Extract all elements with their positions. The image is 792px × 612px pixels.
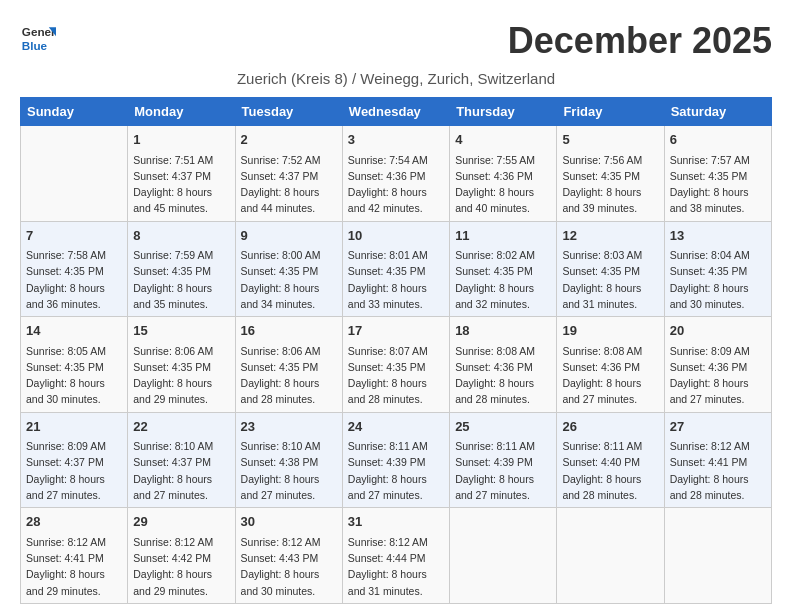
- day-number: 7: [26, 226, 122, 246]
- day-info: Sunrise: 7:56 AMSunset: 4:35 PMDaylight:…: [562, 152, 658, 217]
- calendar-cell: 1Sunrise: 7:51 AMSunset: 4:37 PMDaylight…: [128, 126, 235, 222]
- calendar-cell: 21Sunrise: 8:09 AMSunset: 4:37 PMDayligh…: [21, 412, 128, 508]
- day-number: 17: [348, 321, 444, 341]
- day-number: 26: [562, 417, 658, 437]
- calendar-cell: [664, 508, 771, 604]
- calendar-cell: 27Sunrise: 8:12 AMSunset: 4:41 PMDayligh…: [664, 412, 771, 508]
- calendar-cell: 22Sunrise: 8:10 AMSunset: 4:37 PMDayligh…: [128, 412, 235, 508]
- day-number: 4: [455, 130, 551, 150]
- calendar-header-row: SundayMondayTuesdayWednesdayThursdayFrid…: [21, 98, 772, 126]
- day-info: Sunrise: 8:06 AMSunset: 4:35 PMDaylight:…: [241, 343, 337, 408]
- day-info: Sunrise: 8:10 AMSunset: 4:38 PMDaylight:…: [241, 438, 337, 503]
- day-info: Sunrise: 7:58 AMSunset: 4:35 PMDaylight:…: [26, 247, 122, 312]
- weekday-header-saturday: Saturday: [664, 98, 771, 126]
- calendar-cell: 13Sunrise: 8:04 AMSunset: 4:35 PMDayligh…: [664, 221, 771, 317]
- day-info: Sunrise: 8:12 AMSunset: 4:44 PMDaylight:…: [348, 534, 444, 599]
- calendar-cell: 24Sunrise: 8:11 AMSunset: 4:39 PMDayligh…: [342, 412, 449, 508]
- day-info: Sunrise: 8:09 AMSunset: 4:37 PMDaylight:…: [26, 438, 122, 503]
- calendar-cell: 9Sunrise: 8:00 AMSunset: 4:35 PMDaylight…: [235, 221, 342, 317]
- calendar-cell: 25Sunrise: 8:11 AMSunset: 4:39 PMDayligh…: [450, 412, 557, 508]
- day-number: 30: [241, 512, 337, 532]
- calendar-cell: 2Sunrise: 7:52 AMSunset: 4:37 PMDaylight…: [235, 126, 342, 222]
- day-info: Sunrise: 8:01 AMSunset: 4:35 PMDaylight:…: [348, 247, 444, 312]
- day-number: 9: [241, 226, 337, 246]
- day-number: 14: [26, 321, 122, 341]
- day-info: Sunrise: 8:00 AMSunset: 4:35 PMDaylight:…: [241, 247, 337, 312]
- day-number: 11: [455, 226, 551, 246]
- day-info: Sunrise: 8:05 AMSunset: 4:35 PMDaylight:…: [26, 343, 122, 408]
- weekday-header-tuesday: Tuesday: [235, 98, 342, 126]
- day-info: Sunrise: 8:08 AMSunset: 4:36 PMDaylight:…: [455, 343, 551, 408]
- day-number: 13: [670, 226, 766, 246]
- calendar-cell: 29Sunrise: 8:12 AMSunset: 4:42 PMDayligh…: [128, 508, 235, 604]
- day-info: Sunrise: 7:57 AMSunset: 4:35 PMDaylight:…: [670, 152, 766, 217]
- logo: General Blue: [20, 20, 60, 56]
- calendar-cell: 31Sunrise: 8:12 AMSunset: 4:44 PMDayligh…: [342, 508, 449, 604]
- day-info: Sunrise: 8:07 AMSunset: 4:35 PMDaylight:…: [348, 343, 444, 408]
- day-info: Sunrise: 8:11 AMSunset: 4:39 PMDaylight:…: [348, 438, 444, 503]
- calendar-cell: 18Sunrise: 8:08 AMSunset: 4:36 PMDayligh…: [450, 317, 557, 413]
- day-number: 28: [26, 512, 122, 532]
- day-number: 31: [348, 512, 444, 532]
- calendar-week-row: 1Sunrise: 7:51 AMSunset: 4:37 PMDaylight…: [21, 126, 772, 222]
- day-info: Sunrise: 7:51 AMSunset: 4:37 PMDaylight:…: [133, 152, 229, 217]
- calendar-body: 1Sunrise: 7:51 AMSunset: 4:37 PMDaylight…: [21, 126, 772, 604]
- day-number: 19: [562, 321, 658, 341]
- day-number: 2: [241, 130, 337, 150]
- day-info: Sunrise: 8:11 AMSunset: 4:39 PMDaylight:…: [455, 438, 551, 503]
- day-info: Sunrise: 8:12 AMSunset: 4:42 PMDaylight:…: [133, 534, 229, 599]
- day-info: Sunrise: 8:09 AMSunset: 4:36 PMDaylight:…: [670, 343, 766, 408]
- weekday-header-friday: Friday: [557, 98, 664, 126]
- weekday-header-thursday: Thursday: [450, 98, 557, 126]
- calendar-cell: 15Sunrise: 8:06 AMSunset: 4:35 PMDayligh…: [128, 317, 235, 413]
- calendar-cell: 8Sunrise: 7:59 AMSunset: 4:35 PMDaylight…: [128, 221, 235, 317]
- day-number: 5: [562, 130, 658, 150]
- calendar-week-row: 7Sunrise: 7:58 AMSunset: 4:35 PMDaylight…: [21, 221, 772, 317]
- day-number: 23: [241, 417, 337, 437]
- day-number: 10: [348, 226, 444, 246]
- svg-text:Blue: Blue: [22, 39, 48, 52]
- day-number: 3: [348, 130, 444, 150]
- day-info: Sunrise: 7:52 AMSunset: 4:37 PMDaylight:…: [241, 152, 337, 217]
- calendar-cell: 16Sunrise: 8:06 AMSunset: 4:35 PMDayligh…: [235, 317, 342, 413]
- day-number: 22: [133, 417, 229, 437]
- day-number: 1: [133, 130, 229, 150]
- day-info: Sunrise: 8:02 AMSunset: 4:35 PMDaylight:…: [455, 247, 551, 312]
- calendar-cell: 3Sunrise: 7:54 AMSunset: 4:36 PMDaylight…: [342, 126, 449, 222]
- day-info: Sunrise: 8:08 AMSunset: 4:36 PMDaylight:…: [562, 343, 658, 408]
- calendar-cell: 10Sunrise: 8:01 AMSunset: 4:35 PMDayligh…: [342, 221, 449, 317]
- calendar-cell: 11Sunrise: 8:02 AMSunset: 4:35 PMDayligh…: [450, 221, 557, 317]
- calendar-table: SundayMondayTuesdayWednesdayThursdayFrid…: [20, 97, 772, 604]
- calendar-cell: 26Sunrise: 8:11 AMSunset: 4:40 PMDayligh…: [557, 412, 664, 508]
- calendar-cell: 14Sunrise: 8:05 AMSunset: 4:35 PMDayligh…: [21, 317, 128, 413]
- calendar-week-row: 14Sunrise: 8:05 AMSunset: 4:35 PMDayligh…: [21, 317, 772, 413]
- calendar-cell: [557, 508, 664, 604]
- day-number: 21: [26, 417, 122, 437]
- day-number: 27: [670, 417, 766, 437]
- day-info: Sunrise: 8:12 AMSunset: 4:43 PMDaylight:…: [241, 534, 337, 599]
- calendar-cell: 19Sunrise: 8:08 AMSunset: 4:36 PMDayligh…: [557, 317, 664, 413]
- calendar-week-row: 28Sunrise: 8:12 AMSunset: 4:41 PMDayligh…: [21, 508, 772, 604]
- weekday-header-sunday: Sunday: [21, 98, 128, 126]
- day-number: 18: [455, 321, 551, 341]
- day-info: Sunrise: 8:03 AMSunset: 4:35 PMDaylight:…: [562, 247, 658, 312]
- weekday-header-monday: Monday: [128, 98, 235, 126]
- day-info: Sunrise: 8:06 AMSunset: 4:35 PMDaylight:…: [133, 343, 229, 408]
- day-info: Sunrise: 8:12 AMSunset: 4:41 PMDaylight:…: [670, 438, 766, 503]
- month-title: December 2025: [508, 20, 772, 62]
- page-header: General Blue December 2025: [20, 20, 772, 62]
- calendar-cell: 12Sunrise: 8:03 AMSunset: 4:35 PMDayligh…: [557, 221, 664, 317]
- calendar-cell: 23Sunrise: 8:10 AMSunset: 4:38 PMDayligh…: [235, 412, 342, 508]
- calendar-cell: 4Sunrise: 7:55 AMSunset: 4:36 PMDaylight…: [450, 126, 557, 222]
- day-info: Sunrise: 7:54 AMSunset: 4:36 PMDaylight:…: [348, 152, 444, 217]
- calendar-cell: 28Sunrise: 8:12 AMSunset: 4:41 PMDayligh…: [21, 508, 128, 604]
- calendar-cell: [21, 126, 128, 222]
- location-subtitle: Zuerich (Kreis 8) / Weinegg, Zurich, Swi…: [20, 70, 772, 87]
- day-number: 24: [348, 417, 444, 437]
- calendar-cell: 30Sunrise: 8:12 AMSunset: 4:43 PMDayligh…: [235, 508, 342, 604]
- day-number: 6: [670, 130, 766, 150]
- day-info: Sunrise: 7:55 AMSunset: 4:36 PMDaylight:…: [455, 152, 551, 217]
- day-info: Sunrise: 8:11 AMSunset: 4:40 PMDaylight:…: [562, 438, 658, 503]
- day-info: Sunrise: 8:04 AMSunset: 4:35 PMDaylight:…: [670, 247, 766, 312]
- day-number: 29: [133, 512, 229, 532]
